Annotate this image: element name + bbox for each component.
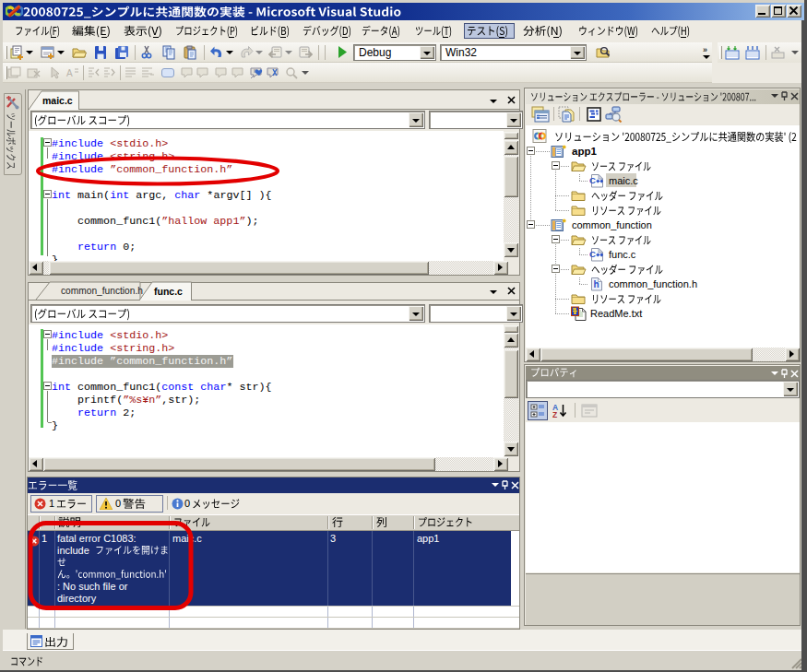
svg-text:C: C (589, 175, 596, 185)
svg-text:C: C (589, 249, 596, 259)
svg-text:h: h (594, 279, 599, 289)
svg-text:A: A (66, 68, 73, 78)
svg-text:Z: Z (552, 410, 557, 419)
